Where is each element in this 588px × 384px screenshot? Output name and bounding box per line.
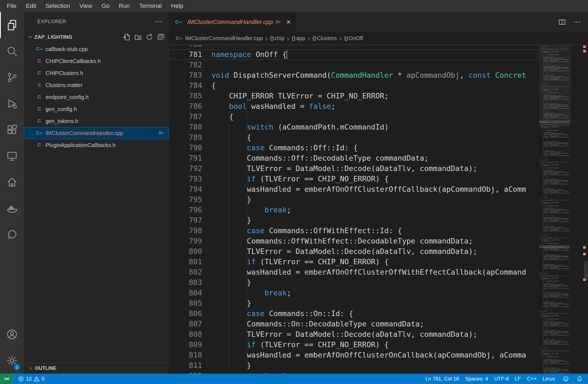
file-row-clusters-matter[interactable]: ≡Clusters.matter: [24, 79, 169, 91]
code-line-785[interactable]: 785 CHIP_ERROR TLVError = CHIP_NO_ERROR;: [169, 91, 539, 101]
menu-terminal[interactable]: Terminal: [134, 0, 166, 12]
editor-scrollbar[interactable]: [584, 261, 587, 280]
code-line-792[interactable]: 792 TLVError = DataModel::Decode(aDataTl…: [169, 163, 539, 174]
docker-icon[interactable]: [0, 195, 24, 221]
code-line-797[interactable]: 797 }: [169, 215, 539, 226]
breadcrumb-file[interactable]: C++IMClusterCommandHandler.cpp: [175, 35, 263, 41]
menu-file[interactable]: File: [2, 0, 21, 12]
minimap-slider[interactable]: [539, 45, 571, 127]
line-number[interactable]: 801: [169, 257, 202, 267]
code-line-790[interactable]: 790 case Commands::Off::Id: {: [169, 143, 539, 153]
explorer-more-actions-icon[interactable]: ⋯: [155, 19, 163, 24]
line-number[interactable]: 793: [169, 174, 202, 184]
status-remote-os[interactable]: Linux: [540, 376, 558, 382]
code-line-810[interactable]: 810 wasHandled = emberAfOnOffClusterOnCa…: [169, 350, 539, 360]
code-line-799[interactable]: 799 Commands::OffWithEffect::DecodableTy…: [169, 236, 539, 246]
line-number[interactable]: 798: [169, 226, 202, 236]
status-eol[interactable]: LF: [512, 376, 524, 382]
code-line-806[interactable]: 806 case Commands::On::Id: {: [169, 308, 539, 319]
collapse-all-icon[interactable]: [157, 33, 165, 41]
line-number[interactable]: 788: [169, 122, 202, 132]
code-line-812[interactable]: 812 break;: [169, 371, 539, 374]
code-line-796[interactable]: 796 break;: [169, 205, 539, 215]
line-number[interactable]: 808: [169, 329, 202, 340]
code-line-782[interactable]: 782: [169, 60, 539, 70]
code-line-794[interactable]: 794 wasHandled = emberAfOnOffClusterOffC…: [169, 184, 539, 194]
line-number[interactable]: 785: [169, 91, 202, 101]
status-encoding[interactable]: UTF-8: [491, 376, 512, 382]
split-editor-icon[interactable]: [558, 18, 566, 26]
code-line-811[interactable]: 811 }: [169, 360, 539, 371]
menu-run[interactable]: Run: [114, 0, 134, 12]
breadcrumb-symbol-chip[interactable]: {}chip: [270, 35, 284, 41]
outline-section[interactable]: OUTLINE: [24, 363, 169, 374]
explorer-icon[interactable]: [0, 12, 24, 38]
code-line-804[interactable]: 804 break;: [169, 288, 539, 298]
problems-status[interactable]: 12 0: [15, 374, 47, 384]
menu-edit[interactable]: Edit: [21, 0, 41, 12]
editor-more-actions-icon[interactable]: ⋯: [573, 17, 581, 26]
code-line-795[interactable]: 795 }: [169, 194, 539, 205]
line-number[interactable]: 791: [169, 153, 202, 163]
status-language-mode[interactable]: C++: [524, 376, 540, 382]
new-folder-icon[interactable]: [134, 33, 142, 41]
code-line-787[interactable]: 787 {: [169, 112, 539, 122]
line-number[interactable]: 784: [169, 80, 202, 91]
line-number[interactable]: 790: [169, 143, 202, 153]
line-number[interactable]: 780: [169, 45, 202, 49]
line-number[interactable]: 782: [169, 60, 202, 70]
code-line-783[interactable]: 783void DispatchServerCommand(CommandHan…: [169, 70, 539, 80]
line-number[interactable]: 803: [169, 277, 202, 288]
line-number[interactable]: 796: [169, 205, 202, 215]
remote-indicator[interactable]: ><: [0, 374, 13, 384]
accounts-icon[interactable]: [0, 321, 24, 347]
file-row-chipclusters-h[interactable]: CCHIPClusters.h: [24, 67, 169, 79]
search-icon[interactable]: [0, 38, 24, 64]
file-row-imclustercommandhandler-cpp[interactable]: C++IMClusterCommandHandler.cpp9+: [24, 127, 169, 139]
line-number[interactable]: 792: [169, 163, 202, 174]
line-number[interactable]: 805: [169, 298, 202, 308]
file-row-chipclientcallbacks-h[interactable]: CCHIPClientCallbacks.h: [24, 55, 169, 67]
code-line-808[interactable]: 808 TLVError = DataModel::Decode(aDataTl…: [169, 329, 539, 340]
line-number[interactable]: 783: [169, 70, 202, 80]
line-number[interactable]: 806: [169, 308, 202, 319]
line-number[interactable]: 786: [169, 101, 202, 112]
code-line-801[interactable]: 801 if (TLVError == CHIP_NO_ERROR) {: [169, 257, 539, 267]
file-row-endpoint-config-h[interactable]: Cendpoint_config.h: [24, 91, 169, 103]
file-row-pluginapplicationcallbacks-h[interactable]: CPluginApplicationCallbacks.h: [24, 139, 169, 151]
line-number[interactable]: 804: [169, 288, 202, 298]
line-number[interactable]: 810: [169, 350, 202, 360]
extensions-icon[interactable]: [0, 117, 24, 143]
code-line-798[interactable]: 798 case Commands::OffWithEffect::Id: {: [169, 226, 539, 236]
status-cursor-position[interactable]: Ln 781, Col 18: [422, 376, 462, 382]
code-line-789[interactable]: 789 {: [169, 132, 539, 143]
breadcrumb-symbol-clusters[interactable]: {}Clusters: [313, 35, 337, 41]
breadcrumb-symbol-onoff[interactable]: {}OnOff: [344, 35, 363, 41]
code-line-784[interactable]: 784{: [169, 80, 539, 91]
run-debug-icon[interactable]: [0, 91, 24, 117]
line-number[interactable]: 789: [169, 132, 202, 143]
home-icon[interactable]: [0, 169, 24, 195]
new-file-icon[interactable]: [122, 33, 131, 41]
line-number[interactable]: 794: [169, 184, 202, 194]
code-line-780[interactable]: 780: [169, 45, 539, 49]
circle-tool-icon[interactable]: [0, 221, 24, 248]
file-row-callback-stub-cpp[interactable]: C++callback-stub.cpp: [24, 43, 169, 55]
line-number[interactable]: 781: [169, 49, 202, 60]
code-line-788[interactable]: 788 switch (aCommandPath.mCommandId): [169, 122, 539, 132]
file-row-gen-config-h[interactable]: Cgen_config.h: [24, 103, 169, 115]
code-line-791[interactable]: 791 Commands::Off::DecodableType command…: [169, 153, 539, 163]
folder-section-header[interactable]: ZAP_LIGHTING: [24, 31, 169, 43]
code-line-803[interactable]: 803 }: [169, 277, 539, 288]
line-number[interactable]: 811: [169, 360, 202, 371]
code-line-786[interactable]: 786 bool wasHandled = false;: [169, 101, 539, 112]
menu-selection[interactable]: Selection: [41, 0, 75, 12]
notifications-bell-icon[interactable]: [574, 376, 585, 382]
refresh-icon[interactable]: [145, 33, 154, 41]
line-number[interactable]: 799: [169, 236, 202, 246]
file-row-gen-tokens-h[interactable]: Cgen_tokens.h: [24, 115, 169, 127]
menu-go[interactable]: Go: [97, 0, 114, 12]
code-line-800[interactable]: 800 TLVError = DataModel::Decode(aDataTl…: [169, 246, 539, 257]
menu-help[interactable]: Help: [166, 0, 188, 12]
line-number[interactable]: 807: [169, 319, 202, 329]
